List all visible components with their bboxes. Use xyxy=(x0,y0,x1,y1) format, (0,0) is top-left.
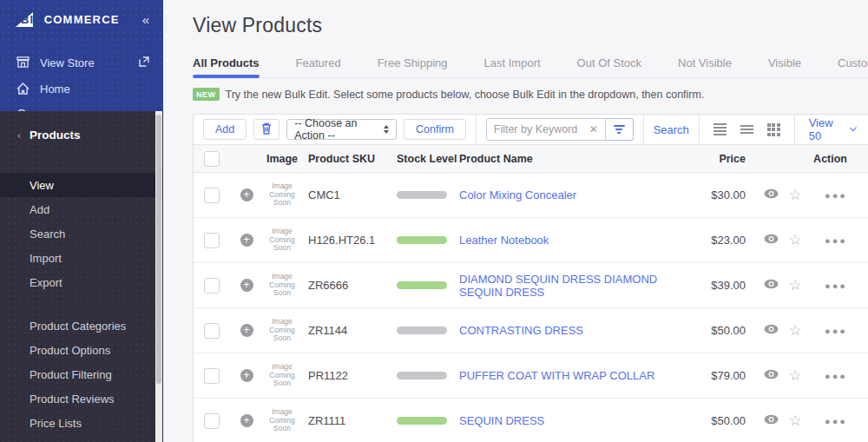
scrollbar-thumb[interactable] xyxy=(156,115,161,384)
tab-not-visible[interactable]: Not Visible xyxy=(678,56,732,77)
featured-star-icon[interactable]: ☆ xyxy=(788,412,801,429)
stock-level-bar xyxy=(397,417,447,425)
table-row: + Image Coming Soon H126.HT26.1 Leather … xyxy=(194,218,868,263)
logo-text-commerce: COMMERCE xyxy=(44,13,120,26)
expand-row-icon[interactable]: + xyxy=(240,234,253,247)
visibility-eye-icon[interactable] xyxy=(764,369,779,382)
sidebar-item-product-options[interactable]: Product Options xyxy=(0,338,163,362)
sidebar-item-price-lists[interactable]: Price Lists xyxy=(0,411,163,435)
advanced-filter-button[interactable] xyxy=(606,118,634,141)
expand-row-icon[interactable]: + xyxy=(240,188,253,201)
row-actions-menu-icon[interactable]: ●●● xyxy=(825,416,847,426)
tab-all-products[interactable]: All Products xyxy=(193,56,260,77)
row-actions-menu-icon[interactable]: ●●● xyxy=(825,326,847,336)
sidebar-item-product-categories[interactable]: Product Categories xyxy=(0,313,163,338)
dense-list-view-icon[interactable] xyxy=(713,123,727,135)
sidebar-scrollbar[interactable] xyxy=(155,111,162,442)
back-chevron-icon[interactable]: ‹ xyxy=(9,129,30,142)
product-name-link[interactable]: PUFFER COAT WITH WRAP COLLAR xyxy=(459,369,654,382)
products-card: Add -- Choose an Action -- Confirm Filte… xyxy=(193,114,868,442)
tab-free-shipping[interactable]: Free Shipping xyxy=(378,56,448,77)
add-button[interactable]: Add xyxy=(203,119,247,140)
row-actions-menu-icon[interactable]: ●●● xyxy=(825,235,847,246)
sidebar-item-view[interactable]: View xyxy=(0,173,163,197)
product-name-link[interactable]: Color Mixing Concealer xyxy=(459,188,576,201)
toolbar-filter-group: Filter by Keyword ✕ xyxy=(477,115,643,144)
visibility-eye-icon[interactable] xyxy=(764,234,779,247)
confirm-button[interactable]: Confirm xyxy=(404,119,466,140)
sidebar-item-search-products[interactable]: Search xyxy=(0,221,163,246)
sidebar-item-add[interactable]: Add xyxy=(0,197,163,221)
visibility-eye-icon[interactable] xyxy=(764,188,779,201)
filter-keyword-input[interactable]: Filter by Keyword ✕ xyxy=(486,118,606,141)
select-updown-icon xyxy=(384,125,389,134)
row-checkbox[interactable] xyxy=(204,233,220,248)
home-icon xyxy=(16,82,30,96)
table-row: + Image Coming Soon ZR6666 DIAMOND SEQUI… xyxy=(194,263,868,308)
product-price: $39.00 xyxy=(676,279,759,292)
sidebar-item-product-reviews[interactable]: Product Reviews xyxy=(0,386,163,411)
featured-star-icon[interactable]: ☆ xyxy=(788,367,801,384)
bulk-edit-banner: NEW Try the new Bulk Edit. Select some p… xyxy=(193,88,868,101)
tab-visible[interactable]: Visible xyxy=(768,56,801,77)
collapse-sidebar-icon[interactable]: « xyxy=(141,12,151,27)
sidebar-item-import[interactable]: Import xyxy=(0,246,163,270)
row-checkbox[interactable] xyxy=(204,278,220,294)
stock-level-bar xyxy=(397,327,447,334)
visibility-eye-icon[interactable] xyxy=(764,324,779,337)
delete-button[interactable] xyxy=(253,119,279,140)
sidebar: BIGCOMMERCE « View Store Home Search xyxy=(0,0,163,442)
expand-row-icon[interactable]: + xyxy=(240,369,253,382)
row-checkbox[interactable] xyxy=(204,323,220,339)
sidebar-item-home[interactable]: Home xyxy=(0,76,163,102)
list-view-icon[interactable] xyxy=(740,125,753,134)
row-checkbox[interactable] xyxy=(204,188,220,203)
product-sku: H126.HT26.1 xyxy=(303,234,393,247)
grid-view-icon[interactable] xyxy=(767,123,780,136)
products-section-title: Products xyxy=(30,129,81,142)
col-header-sku: Product SKU xyxy=(303,153,393,165)
row-actions-menu-icon[interactable]: ●●● xyxy=(825,371,847,381)
select-all-checkbox[interactable] xyxy=(204,151,220,167)
featured-star-icon[interactable]: ☆ xyxy=(788,232,801,248)
product-name-link[interactable]: Leather Notebook xyxy=(459,234,549,247)
tab-out-of-stock[interactable]: Out Of Stock xyxy=(577,56,641,77)
product-sku: CMC1 xyxy=(303,188,393,201)
tab-last-import[interactable]: Last Import xyxy=(484,56,541,77)
sidebar-item-product-filtering[interactable]: Product Filtering xyxy=(0,362,163,386)
search-link[interactable]: Search xyxy=(654,123,689,136)
clear-filter-icon[interactable]: ✕ xyxy=(589,123,598,135)
row-checkbox[interactable] xyxy=(204,368,220,384)
tab-featured[interactable]: Featured xyxy=(296,56,341,77)
row-checkbox[interactable] xyxy=(204,413,220,429)
row-actions-menu-icon[interactable]: ●●● xyxy=(825,190,847,201)
featured-star-icon[interactable]: ☆ xyxy=(788,187,801,203)
product-name-link[interactable]: SEQUIN DRESS xyxy=(459,414,544,427)
expand-row-icon[interactable]: + xyxy=(240,279,253,292)
tab-custom-views[interactable]: Custom Views xyxy=(838,56,868,77)
sidebar-item-view-store[interactable]: View Store xyxy=(0,49,163,76)
featured-star-icon[interactable]: ☆ xyxy=(788,277,801,294)
toolbar: Add -- Choose an Action -- Confirm Filte… xyxy=(194,115,868,145)
bulk-action-select[interactable]: -- Choose an Action -- xyxy=(286,119,397,140)
col-header-stock: Stock Level xyxy=(393,153,457,165)
sidebar-item-export[interactable]: Export xyxy=(0,270,163,294)
col-header-action: Action xyxy=(807,153,868,165)
view-count-dropdown[interactable]: View 50 xyxy=(795,115,868,144)
keyword-filter: Filter by Keyword ✕ xyxy=(486,118,634,141)
image-placeholder: Image Coming Soon xyxy=(265,408,299,433)
featured-star-icon[interactable]: ☆ xyxy=(788,322,801,339)
visibility-eye-icon[interactable] xyxy=(764,414,779,427)
visibility-eye-icon[interactable] xyxy=(764,279,779,292)
sidebar-item-brands[interactable]: Brands xyxy=(0,435,163,442)
product-sku: ZR1111 xyxy=(303,414,393,427)
view-mode-icons xyxy=(700,115,794,144)
product-sku: ZR6666 xyxy=(303,279,393,292)
row-actions-menu-icon[interactable]: ●●● xyxy=(825,280,847,291)
logo-row: BIGCOMMERCE « xyxy=(0,9,163,36)
expand-row-icon[interactable]: + xyxy=(240,324,253,337)
product-name-link[interactable]: DIAMOND SEQUIN DRESS DIAMOND SEQUIN DRES… xyxy=(459,273,657,299)
expand-row-icon[interactable]: + xyxy=(240,414,253,427)
product-name-link[interactable]: CONTRASTING DRESS xyxy=(459,324,583,337)
bigcommerce-logo[interactable]: BIGCOMMERCE xyxy=(16,12,141,27)
